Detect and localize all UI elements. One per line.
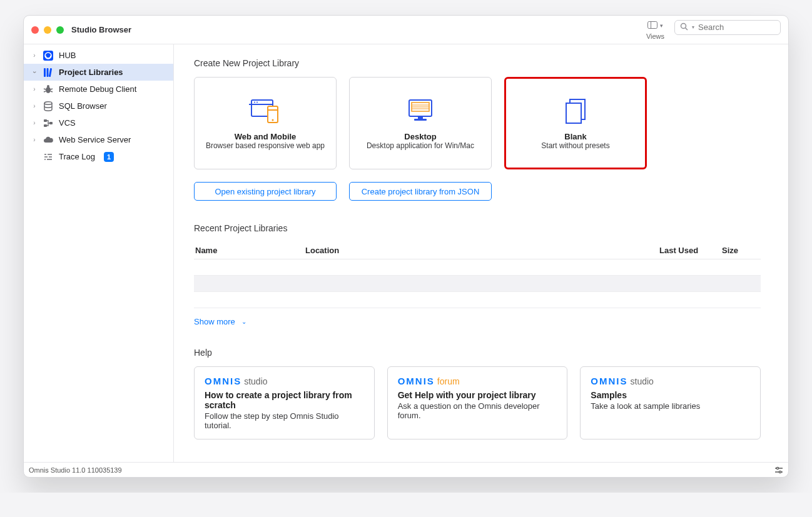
minimize-window-button[interactable] — [44, 26, 51, 34]
card-subtitle: Start without presets — [541, 141, 609, 150]
create-from-json-button[interactable]: Create project library from JSON — [349, 182, 492, 201]
omnis-brand-icon: OMNISforum — [398, 376, 557, 386]
svg-rect-18 — [49, 122, 53, 124]
recent-section-title: Recent Project Libraries — [194, 223, 761, 233]
col-last-used[interactable]: Last Used — [659, 246, 709, 255]
help-cards: OMNISstudio How to create a project libr… — [194, 366, 761, 439]
show-more-link[interactable]: Show more ⌄ — [194, 317, 246, 326]
card-desktop[interactable]: Desktop Desktop application for Win/Mac — [349, 77, 492, 169]
views-label: Views — [646, 33, 664, 40]
help-card-tutorial[interactable]: OMNISstudio How to create a project libr… — [194, 366, 375, 439]
sidebar-item-project-libraries[interactable]: › Project Libraries — [24, 64, 173, 81]
svg-rect-8 — [49, 68, 52, 76]
svg-point-15 — [44, 101, 52, 104]
card-title: Desktop — [404, 132, 436, 141]
card-blank[interactable]: Blank Start without presets — [504, 77, 647, 169]
help-card-desc: Ask a question on the Omnis developer fo… — [398, 401, 557, 420]
sidebar-item-remote-debug[interactable]: › Remote Debug Client — [24, 81, 173, 98]
help-card-samples[interactable]: OMNISstudio Samples Take a look at sampl… — [580, 366, 761, 439]
library-icon — [43, 67, 54, 78]
trace-log-badge: 1 — [104, 152, 114, 162]
omnis-brand-icon: OMNISstudio — [205, 376, 364, 386]
card-title: Blank — [564, 132, 586, 141]
search-icon — [680, 23, 688, 33]
col-name[interactable]: Name — [195, 246, 293, 255]
web-mobile-icon — [249, 97, 282, 126]
card-subtitle: Browser based responsive web app — [206, 141, 325, 150]
toolbar-right: ▾ Views ▾ — [645, 20, 781, 40]
sidebar-item-vcs[interactable]: › VCS — [24, 114, 173, 131]
chevron-right-icon: › — [31, 52, 38, 59]
svg-rect-7 — [47, 68, 49, 77]
close-window-button[interactable] — [31, 26, 39, 34]
status-text: Omnis Studio 11.0 110035139 — [29, 466, 122, 474]
svg-line-14 — [51, 91, 53, 92]
help-card-desc: Follow the step by step Omnis Studio tut… — [205, 411, 364, 430]
project-action-buttons: Open existing project library Create pro… — [194, 182, 761, 201]
svg-line-13 — [44, 91, 46, 92]
svg-rect-17 — [44, 124, 47, 127]
svg-point-27 — [254, 101, 255, 103]
window-body: › HUB › Project Libraries › Remote Debug… — [24, 44, 788, 462]
chevron-down-icon: ▾ — [692, 24, 694, 30]
svg-rect-6 — [44, 68, 46, 77]
col-location[interactable]: Location — [305, 246, 647, 255]
zoom-window-button[interactable] — [56, 26, 64, 34]
hub-icon — [43, 50, 54, 61]
sidebar-item-label: HUB — [59, 51, 76, 60]
vcs-icon — [43, 118, 54, 129]
help-card-title: How to create a project library from scr… — [205, 390, 364, 410]
main-content: Create New Project Library Web and Mobil… — [174, 44, 788, 462]
bug-icon — [43, 84, 54, 95]
chevron-down-icon: › — [31, 69, 38, 76]
sidebar-item-trace-log[interactable]: Trace Log 1 — [24, 148, 173, 165]
views-button[interactable]: ▾ — [645, 20, 666, 31]
svg-line-3 — [686, 28, 688, 30]
studio-browser-window: Studio Browser ▾ Views ▾ — [23, 15, 789, 478]
recent-libraries-table: Name Location Last Used Size — [194, 242, 761, 308]
cloud-icon — [43, 134, 54, 146]
help-card-desc: Take a look at sample libraries — [591, 401, 750, 411]
open-existing-button[interactable]: Open existing project library — [194, 182, 337, 201]
table-header-row: Name Location Last Used Size — [194, 242, 761, 259]
search-input[interactable] — [698, 23, 789, 32]
statusbar: Omnis Studio 11.0 110035139 — [24, 462, 788, 477]
table-row[interactable] — [194, 292, 761, 308]
titlebar: Studio Browser ▾ Views ▾ — [24, 16, 788, 44]
blank-icon — [563, 97, 588, 126]
svg-point-9 — [46, 87, 51, 93]
trace-icon — [43, 151, 54, 163]
svg-point-2 — [681, 23, 686, 28]
chevron-right-icon: › — [31, 119, 38, 126]
svg-rect-40 — [566, 103, 581, 123]
window-title: Studio Browser — [71, 25, 131, 34]
sidebar: › HUB › Project Libraries › Remote Debug… — [24, 44, 174, 462]
sidebar-item-sql-browser[interactable]: › SQL Browser — [24, 98, 173, 114]
table-row[interactable] — [194, 276, 761, 292]
svg-line-12 — [51, 89, 53, 89]
col-size[interactable]: Size — [722, 246, 759, 255]
help-card-forum[interactable]: OMNISforum Get Help with your project li… — [387, 366, 568, 439]
settings-sliders-icon[interactable] — [774, 466, 783, 474]
views-control: ▾ Views — [645, 20, 666, 40]
database-icon — [43, 101, 54, 112]
svg-rect-0 — [648, 21, 657, 28]
sidebar-item-web-service-server[interactable]: › Web Service Server — [24, 131, 173, 148]
card-web-mobile[interactable]: Web and Mobile Browser based responsive … — [194, 77, 337, 169]
desktop-icon — [404, 97, 437, 126]
svg-point-10 — [47, 85, 49, 88]
omnis-brand-icon: OMNISstudio — [591, 376, 750, 386]
svg-point-28 — [256, 101, 258, 103]
sidebar-item-label: Project Libraries — [59, 68, 123, 77]
chevron-right-icon: › — [31, 136, 38, 143]
search-box[interactable]: ▾ — [674, 20, 781, 35]
svg-point-42 — [776, 467, 778, 469]
sidebar-item-label: Remote Debug Client — [59, 84, 136, 94]
sidebar-item-hub[interactable]: › HUB — [24, 47, 173, 64]
svg-rect-38 — [414, 119, 427, 121]
sidebar-item-label: SQL Browser — [59, 101, 107, 111]
table-row[interactable] — [194, 259, 761, 276]
svg-rect-16 — [44, 119, 47, 122]
chevron-down-icon: ⌄ — [241, 318, 246, 325]
svg-rect-37 — [418, 116, 423, 119]
